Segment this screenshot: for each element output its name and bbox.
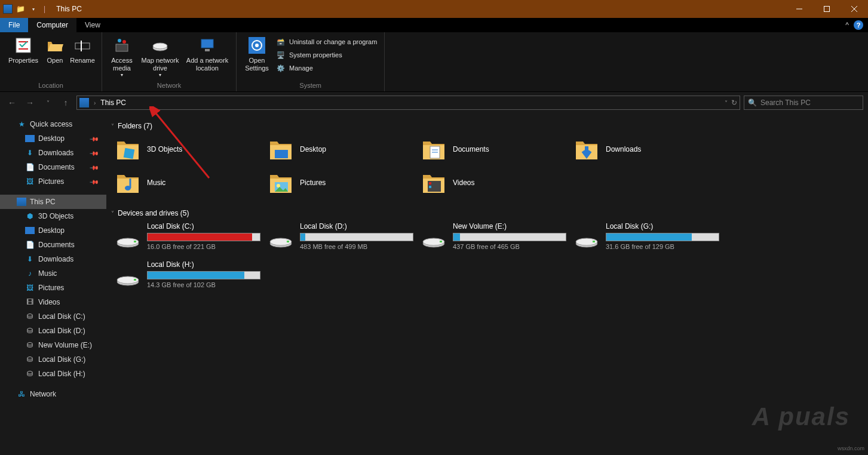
drive-usage-bar [147, 271, 260, 279]
tree-label: Local Disk (C:) [38, 312, 85, 321]
search-icon: 🔍 [748, 99, 757, 107]
folder-label: Music [147, 179, 165, 187]
drive-icon [269, 228, 293, 252]
pin-icon: 📌 [90, 134, 99, 143]
sidebar-item[interactable]: ♪Music [0, 266, 106, 281]
tree-icon: ♪ [25, 269, 35, 278]
manage-button[interactable]: ⚙️Manage [274, 62, 379, 74]
this-pc-label: This PC [30, 198, 56, 206]
chevron-right-icon: › [94, 100, 96, 106]
uninstall-button[interactable]: 🗃️Uninstall or change a program [274, 36, 379, 48]
svg-rect-39 [593, 241, 595, 242]
sidebar-item[interactable]: 📄Documents [0, 238, 106, 252]
network-node[interactable]: 🖧Network [0, 387, 106, 401]
sidebar-item[interactable]: 🎞Videos [0, 295, 106, 309]
folders-group-header[interactable]: ˅Folders (7) [109, 119, 868, 135]
tree-icon: ⛁ [25, 340, 35, 350]
svg-rect-26 [429, 182, 431, 185]
properties-button[interactable]: Properties [5, 35, 42, 66]
network-group-label: Network [107, 81, 231, 90]
open-button[interactable]: Open [43, 35, 67, 66]
computer-tab[interactable]: Computer [28, 18, 76, 32]
drive-item[interactable]: Local Disk (G:) 31.6 GB free of 129 GB [575, 222, 728, 256]
folder-label: 3D Objects [147, 145, 182, 153]
open-settings-button[interactable]: Open Settings [241, 35, 272, 73]
folder-item[interactable]: 3D Objects [116, 135, 269, 164]
svg-rect-12 [201, 39, 213, 48]
access-media-button[interactable]: Access media▾ [107, 35, 137, 79]
sidebar-item[interactable]: ⬢3D Objects [0, 209, 106, 223]
this-pc-node[interactable]: This PC [0, 195, 106, 209]
drive-item[interactable]: Local Disk (H:) 14.3 GB free of 102 GB [116, 260, 269, 294]
sidebar-item[interactable]: ⬇Downloads📌 [0, 146, 106, 160]
quick-access-node[interactable]: ★Quick access [0, 117, 106, 131]
drive-item[interactable]: New Volume (E:) 437 GB free of 465 GB [422, 222, 575, 256]
sidebar-item[interactable]: ⛁Local Disk (H:) [0, 367, 106, 381]
svg-rect-30 [134, 241, 136, 242]
tree-label: Music [38, 269, 57, 278]
qat-dropdown-icon[interactable]: ▾ [28, 4, 39, 14]
sidebar-item[interactable]: 📄Documents📌 [0, 160, 106, 174]
map-drive-label: Map network drive [139, 57, 181, 72]
folder-item[interactable]: Videos [422, 168, 575, 197]
back-button[interactable]: ← [5, 96, 19, 110]
search-input[interactable] [760, 99, 859, 107]
ribbon: Properties Open Rename Location Access m… [0, 32, 868, 92]
recent-locations-button[interactable]: ˅ [41, 96, 55, 110]
folder-item[interactable]: Desktop [269, 135, 422, 164]
sidebar-item[interactable]: Desktop📌 [0, 131, 106, 146]
up-button[interactable]: ↑ [59, 96, 73, 110]
svg-point-11 [153, 43, 167, 49]
drive-name: Local Disk (D:) [300, 222, 413, 230]
navigation-pane: ★Quick access Desktop📌⬇Downloads📌📄Docume… [0, 113, 106, 455]
minimize-button[interactable] [786, 0, 813, 18]
address-dropdown-icon[interactable]: ˅ [725, 100, 728, 106]
pin-icon: 📌 [90, 148, 99, 158]
sidebar-item[interactable]: 🖼Pictures [0, 281, 106, 295]
file-menu[interactable]: File [0, 18, 28, 32]
forward-button[interactable]: → [23, 96, 37, 110]
sidebar-item[interactable]: ⬇Downloads [0, 252, 106, 266]
add-network-location-button[interactable]: Add a network location [183, 35, 231, 73]
view-tab[interactable]: View [76, 18, 109, 32]
breadcrumb[interactable]: This PC [100, 99, 126, 107]
folder-item[interactable]: Pictures [269, 168, 422, 197]
sidebar-item[interactable]: ⛁Local Disk (G:) [0, 352, 106, 367]
sidebar-item[interactable]: ⛁New Volume (E:) [0, 338, 106, 352]
qat-folder-icon[interactable]: 📁 [15, 4, 26, 14]
sidebar-item[interactable]: ⛁Local Disk (C:) [0, 309, 106, 324]
folder-label: Documents [453, 145, 489, 153]
window-title: This PC [50, 5, 82, 13]
address-bar[interactable]: › This PC ˅ ↻ [76, 96, 740, 110]
main-area: ★Quick access Desktop📌⬇Downloads📌📄Docume… [0, 113, 868, 455]
uninstall-icon: 🗃️ [276, 37, 286, 47]
close-button[interactable] [841, 0, 868, 18]
map-drive-button[interactable]: Map network drive▾ [138, 35, 182, 79]
drive-free-text: 483 MB free of 499 MB [300, 243, 413, 250]
maximize-button[interactable] [813, 0, 841, 18]
drives-group-header[interactable]: ˅Devices and drives (5) [109, 207, 868, 222]
system-properties-button[interactable]: 🖥️System properties [274, 49, 379, 61]
sidebar-item[interactable]: ⛁Local Disk (D:) [0, 324, 106, 338]
tree-label: Local Disk (H:) [38, 370, 85, 378]
folder-label: Pictures [300, 179, 326, 187]
open-label: Open [47, 57, 63, 64]
drive-item[interactable]: Local Disk (D:) 483 MB free of 499 MB [269, 222, 422, 256]
drive-name: Local Disk (G:) [606, 222, 719, 230]
help-icon[interactable]: ? [854, 20, 863, 30]
drive-item[interactable]: Local Disk (C:) 16.0 GB free of 221 GB [116, 222, 269, 256]
drive-icon [116, 228, 140, 252]
collapse-ribbon-icon[interactable]: ^ [845, 21, 849, 29]
refresh-button[interactable]: ↻ [731, 99, 737, 107]
folder-item[interactable]: Documents [422, 135, 575, 164]
folder-icon [575, 138, 599, 161]
system-properties-icon: 🖥️ [276, 50, 286, 60]
access-media-label: Access media [108, 57, 136, 72]
search-box[interactable]: 🔍 [744, 96, 863, 110]
folder-item[interactable]: Music [116, 168, 269, 197]
tree-icon: ⬇ [25, 254, 35, 264]
sidebar-item[interactable]: Desktop [0, 223, 106, 238]
rename-button[interactable]: Rename [68, 35, 97, 66]
sidebar-item[interactable]: 🖼Pictures📌 [0, 174, 106, 189]
folder-item[interactable]: Downloads [575, 135, 728, 164]
